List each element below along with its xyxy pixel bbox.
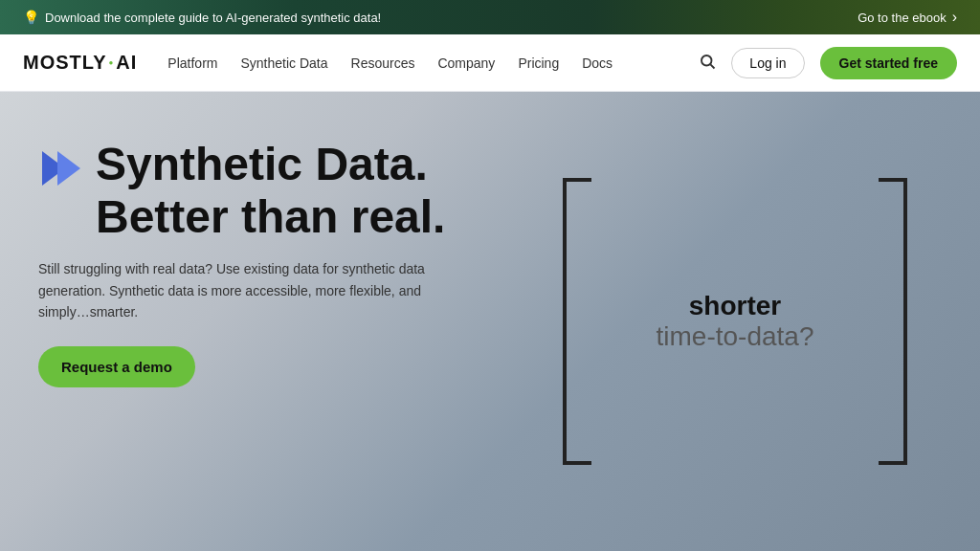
- arrow-icon: ›: [952, 9, 957, 26]
- nav-pricing[interactable]: Pricing: [518, 55, 559, 71]
- nav-synthetic-data[interactable]: Synthetic Data: [240, 55, 327, 71]
- login-button[interactable]: Log in: [731, 48, 804, 78]
- hero-title: Synthetic Data. Better than real.: [38, 138, 452, 243]
- nav-docs[interactable]: Docs: [582, 55, 612, 71]
- svg-marker-3: [57, 151, 80, 186]
- nav-resources[interactable]: Resources: [351, 55, 415, 71]
- logo-dot: ●: [109, 58, 115, 67]
- logo[interactable]: MOSTLY ● AI: [23, 52, 137, 74]
- demo-button[interactable]: Request a demo: [38, 346, 195, 387]
- nav-platform[interactable]: Platform: [167, 55, 217, 71]
- hero-heading: Synthetic Data. Better than real.: [96, 138, 445, 243]
- nav-links: Platform Synthetic Data Resources Compan…: [167, 55, 699, 71]
- logo-text: MOSTLY: [23, 52, 107, 74]
- hero-right: shorter time-to-data?: [490, 92, 980, 551]
- announcement-cta[interactable]: Go to the ebook ›: [858, 9, 957, 26]
- search-icon[interactable]: [699, 53, 716, 74]
- announcement-bar: 💡 Download the complete guide to AI-gene…: [0, 0, 980, 34]
- svg-point-0: [702, 55, 712, 66]
- bracket-right: [879, 178, 907, 465]
- svg-line-1: [711, 64, 715, 68]
- bracket-box: shorter time-to-data?: [563, 178, 907, 465]
- bracket-light-text: time-to-data?: [657, 321, 814, 352]
- bracket-left: [563, 178, 591, 465]
- logo-ai: AI: [116, 52, 137, 74]
- get-started-button[interactable]: Get started free: [820, 47, 957, 79]
- hero-subtext: Still struggling with real data? Use exi…: [38, 258, 452, 322]
- lightbulb-icon: 💡: [23, 10, 39, 25]
- bracket-bold-text: shorter: [657, 291, 814, 321]
- play-icon: [38, 145, 84, 195]
- navbar: MOSTLY ● AI Platform Synthetic Data Reso…: [0, 34, 980, 92]
- nav-company[interactable]: Company: [437, 55, 495, 71]
- bracket-content: shorter time-to-data?: [657, 291, 814, 352]
- hero-section: Synthetic Data. Better than real. Still …: [0, 92, 980, 551]
- announcement-text: 💡 Download the complete guide to AI-gene…: [23, 10, 381, 25]
- hero-left: Synthetic Data. Better than real. Still …: [0, 92, 490, 551]
- nav-right: Log in Get started free: [699, 47, 957, 79]
